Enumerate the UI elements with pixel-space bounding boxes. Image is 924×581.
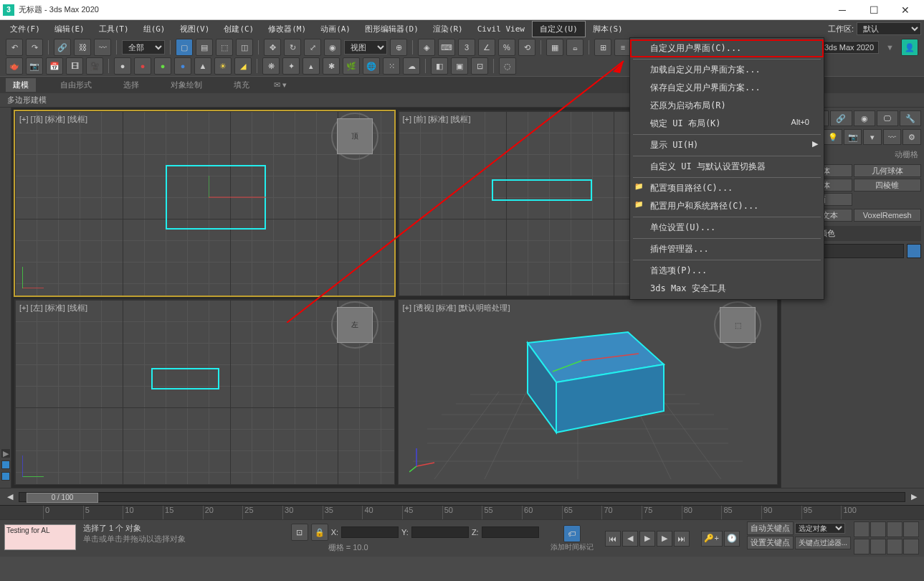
maximize-viewport-button[interactable] bbox=[903, 539, 919, 554]
angle-snap-button[interactable]: ∠ bbox=[478, 39, 495, 56]
time-tag-button[interactable]: 🏷 bbox=[563, 525, 581, 542]
select-object-button[interactable]: ▢ bbox=[176, 39, 193, 56]
film-icon[interactable]: 🎞 bbox=[66, 57, 83, 75]
time-tick[interactable]: 20 bbox=[203, 506, 243, 519]
workspace-selector[interactable]: 默认 bbox=[857, 22, 921, 35]
particle3-icon[interactable]: ▴ bbox=[303, 57, 320, 75]
window-crossing-button[interactable]: ◫ bbox=[236, 39, 253, 56]
pivot-button[interactable]: ⊕ bbox=[390, 39, 407, 56]
cone-icon[interactable]: ▲ bbox=[194, 57, 211, 75]
scale-button[interactable]: ⤢ bbox=[304, 39, 321, 56]
dropdown-item[interactable]: 自定义用户界面(C)... bbox=[630, 39, 824, 57]
helpers-subtab[interactable]: ▾ bbox=[863, 129, 882, 145]
box-object[interactable] bbox=[485, 314, 685, 443]
prev-frame-button[interactable]: ◀ bbox=[622, 531, 638, 547]
time-tick[interactable]: 50 bbox=[442, 506, 482, 519]
menu-create[interactable]: 创建(C) bbox=[216, 22, 261, 37]
time-slider-thumb[interactable]: 0 / 100 bbox=[27, 493, 98, 503]
place-button[interactable]: ◉ bbox=[324, 39, 341, 56]
time-tick[interactable]: 30 bbox=[282, 506, 323, 519]
key-mode-button[interactable]: 🔑+ bbox=[701, 531, 723, 547]
cloud-icon[interactable]: ☁ bbox=[403, 57, 420, 75]
menu-rendering[interactable]: 渲染(R) bbox=[426, 22, 470, 37]
light-icon[interactable]: ☀ bbox=[214, 57, 232, 75]
sphere-green-icon[interactable]: ● bbox=[154, 57, 171, 75]
setkey-button[interactable]: 设置关键点 bbox=[747, 536, 794, 549]
goto-start-button[interactable]: ⏮ bbox=[605, 531, 621, 547]
menu-civil-view[interactable]: Civil View bbox=[470, 22, 532, 36]
keyboard-shortcut-button[interactable]: ⌨ bbox=[438, 39, 455, 56]
left-play-icon[interactable]: ▶ bbox=[1, 449, 10, 458]
time-slider[interactable]: ◀ 0 / 100 ▶ bbox=[0, 488, 924, 505]
motion-tab[interactable]: ◉ bbox=[854, 110, 875, 126]
left-grid2-icon[interactable] bbox=[1, 472, 10, 481]
safe-frame-icon[interactable]: ▣ bbox=[451, 57, 468, 75]
zoom-button[interactable] bbox=[854, 521, 870, 537]
orbit-button[interactable] bbox=[887, 539, 902, 554]
menu-animation[interactable]: 动画(A) bbox=[313, 22, 358, 37]
display-tab[interactable]: 🖵 bbox=[877, 110, 898, 126]
viewport-top[interactable]: [+] [顶] [标准] [线框] 顶 bbox=[14, 110, 395, 296]
particle1-icon[interactable]: ❋ bbox=[262, 57, 280, 75]
time-ruler[interactable]: 0510152025303540455055606570758085909510… bbox=[0, 505, 924, 519]
object-color-swatch[interactable] bbox=[907, 244, 921, 258]
sphere-blue-icon[interactable]: ● bbox=[174, 57, 191, 75]
selection-filter[interactable]: 全部 bbox=[122, 40, 165, 55]
time-tick[interactable]: 5 bbox=[83, 506, 123, 519]
zoom-extents-all-button[interactable] bbox=[903, 521, 919, 537]
time-tick[interactable]: 55 bbox=[482, 506, 522, 519]
snap-toggle-button[interactable]: 3 bbox=[458, 39, 475, 56]
menu-tools[interactable]: 工具(T) bbox=[92, 22, 136, 37]
viewcube-left[interactable]: 左 bbox=[337, 307, 373, 343]
goto-end-button[interactable]: ⏭ bbox=[674, 531, 690, 547]
spinner-snap-button[interactable]: ⟲ bbox=[518, 39, 535, 56]
key-filter-button[interactable]: 关键点过滤器... bbox=[795, 537, 851, 549]
viewport-front-label[interactable]: [+] [前] [标准] [线框] bbox=[403, 114, 471, 125]
fov-button[interactable] bbox=[854, 539, 870, 554]
space-warps-subtab[interactable]: 〰 bbox=[883, 129, 902, 145]
dropdown-item[interactable]: 配置用户和系统路径(C)...📁 bbox=[630, 197, 824, 215]
menu-customize[interactable]: 自定义(U) bbox=[532, 21, 586, 37]
dropdown-item[interactable]: 首选项(P)... bbox=[630, 262, 824, 280]
particle2-icon[interactable]: ✦ bbox=[282, 57, 300, 75]
cameras-subtab[interactable]: 📷 bbox=[844, 129, 862, 145]
menu-view[interactable]: 视图(V) bbox=[173, 22, 217, 37]
particle4-icon[interactable]: ✱ bbox=[323, 57, 340, 75]
time-tick[interactable]: 90 bbox=[761, 506, 801, 519]
time-slider-track[interactable]: 0 / 100 bbox=[19, 492, 905, 502]
ribbon-tab-object-paint[interactable]: 对象绘制 bbox=[163, 78, 209, 92]
bind-button[interactable]: 〰 bbox=[94, 39, 111, 56]
time-tick[interactable]: 35 bbox=[323, 506, 363, 519]
select-name-button[interactable]: ▤ bbox=[196, 39, 213, 56]
manipulate-button[interactable]: ◈ bbox=[418, 39, 435, 56]
undo-button[interactable]: ↶ bbox=[6, 39, 23, 56]
move-button[interactable]: ✥ bbox=[264, 39, 281, 56]
y-coord-input[interactable] bbox=[411, 526, 469, 538]
video-icon[interactable]: 🎥 bbox=[86, 57, 103, 75]
dropdown-item[interactable]: 自定义 UI 与默认设置切换器 bbox=[630, 158, 824, 176]
time-tick[interactable]: 80 bbox=[682, 506, 722, 519]
percent-snap-button[interactable]: % bbox=[498, 39, 515, 56]
z-coord-input[interactable] bbox=[482, 526, 539, 538]
x-coord-input[interactable] bbox=[341, 526, 399, 538]
isolate-toggle[interactable]: ⊡ bbox=[291, 524, 308, 541]
time-tick[interactable]: 60 bbox=[522, 506, 562, 519]
time-tick[interactable]: 75 bbox=[642, 506, 682, 519]
unlink-button[interactable]: ⛓ bbox=[74, 39, 91, 56]
ribbon-expand-icon[interactable]: ✉ ▾ bbox=[274, 80, 287, 90]
play-button[interactable]: ▶ bbox=[639, 531, 655, 547]
obj-btn-geosphere[interactable]: 几何球体 bbox=[854, 164, 922, 177]
redo-button[interactable]: ↷ bbox=[26, 39, 43, 56]
maxscript-listener[interactable]: Testing for AL bbox=[4, 524, 76, 550]
dropdown-item[interactable]: 加载自定义用户界面方案... bbox=[630, 61, 824, 79]
teapot-icon[interactable]: 🫖 bbox=[6, 57, 23, 75]
dropdown-item[interactable]: 单位设置(U)... bbox=[630, 219, 824, 237]
time-tick[interactable]: 100 bbox=[841, 506, 881, 519]
time-config-button[interactable]: 🕐 bbox=[724, 531, 740, 547]
viewport-top-label[interactable]: [+] [顶] [标准] [线框] bbox=[19, 114, 87, 125]
menu-graph-editors[interactable]: 图形编辑器(D) bbox=[358, 22, 426, 37]
camera-icon[interactable]: 📷 bbox=[26, 57, 43, 75]
time-tick[interactable]: 65 bbox=[562, 506, 602, 519]
time-tick[interactable]: 10 bbox=[123, 506, 163, 519]
select-region-button[interactable]: ⬚ bbox=[216, 39, 233, 56]
